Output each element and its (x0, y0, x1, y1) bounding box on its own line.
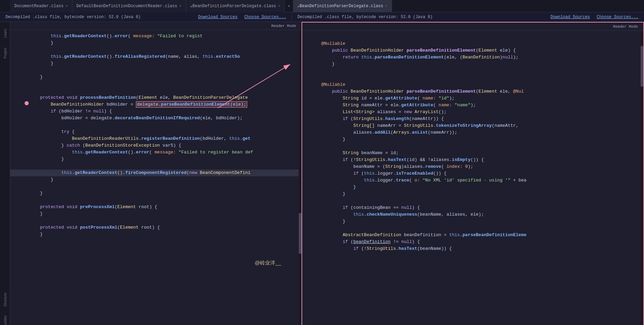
code-line (10, 81, 302, 87)
code-line: bdHolder = delegate.decorateBeanDefiniti… (10, 115, 302, 122)
code-line (302, 33, 643, 40)
code-line: protected void postProcessXml(Element ro… (10, 224, 302, 231)
code-line: } (302, 136, 643, 143)
scrollbar-vertical-right[interactable] (641, 31, 643, 325)
code-line (302, 143, 643, 150)
code-line: protected void processBeanDefinition(Ele… (10, 94, 302, 101)
code-line (10, 67, 302, 74)
download-sources-right[interactable]: Download Sources (550, 15, 590, 19)
tab-label: DocumentReader.class (14, 4, 64, 9)
code-line: if (this.logger.isTraceEnabled()) { (302, 170, 643, 177)
left-code-area[interactable]: this.getReaderContext().error( message: … (10, 30, 302, 325)
code-line (10, 217, 302, 224)
code-line: if (!StringUtils.hasText(id) && !aliases… (302, 157, 643, 163)
tab-label: BeanDefinitionParserDelegate.class (299, 4, 383, 9)
tab-document-reader[interactable]: DocumentReader.class × (10, 0, 72, 12)
code-line: try { (10, 128, 302, 135)
tab-overflow[interactable]: ▾ (285, 3, 293, 9)
code-line (302, 198, 643, 204)
code-line: this.getReaderContext().error( message: … (10, 149, 302, 156)
tab-default-bean[interactable]: DefaultBeanDefinitionDocumentReader.clas… (72, 0, 186, 12)
scrollbar-thumb-left[interactable] (299, 213, 302, 254)
code-line: } (10, 190, 302, 197)
sidebar-item-project[interactable]: Project (1, 44, 9, 62)
choose-sources-left[interactable]: Choose Sources... (244, 15, 286, 19)
info-bar-left: Decompiled .class file, bytecode version… (0, 12, 292, 22)
reader-mode-label-right[interactable]: Reader Mode (613, 25, 638, 29)
code-line: } (10, 74, 302, 81)
sidebar-item-structure[interactable]: Structure (1, 290, 9, 309)
code-line: this.getReaderContext().fireAliasRegiste… (10, 53, 302, 60)
code-line: } (10, 176, 302, 183)
tab-parser-delegate-2[interactable]: ☕ BeanDefinitionParserDelegate.class × (293, 0, 392, 12)
sidebar-item-favorites[interactable]: Favorites (1, 313, 9, 325)
close-icon[interactable]: × (66, 4, 68, 8)
sidebar: Learn Project Structure Favorites (0, 22, 10, 325)
code-line: @Nullable (302, 40, 643, 47)
code-line: @Nullable (302, 81, 643, 88)
code-line: } (302, 61, 643, 68)
code-line: } (10, 211, 302, 217)
watermark: @砖业洋__ (255, 260, 281, 266)
tab-icon: ☕ (297, 3, 299, 9)
tab-parser-delegate-1[interactable]: ☕ BeanDefinitionParserDelegate.class × (186, 0, 285, 12)
code-line: String id = ele.getAttribute( name: "id"… (302, 95, 643, 102)
tab-icon: ☕ (190, 3, 193, 9)
code-line (10, 87, 302, 94)
code-line: } (302, 218, 643, 225)
code-line: if (!StringUtils.hasText(beanName)) { (302, 245, 643, 252)
code-line: BeanDefinitionReaderUtils.registerBeanDe… (10, 135, 302, 142)
code-line (10, 163, 302, 170)
code-line: if (containingBean == null) { (302, 204, 643, 211)
code-line: protected void preProcessXml(Element roo… (10, 204, 302, 211)
editors: Reader Mode this.getReaderContext().erro… (10, 22, 644, 325)
reader-mode-label-left[interactable]: Reader Mode (271, 24, 296, 28)
code-line: if (beanDefinition != null) { (302, 239, 643, 245)
code-line: aliases.addAll(Arrays.asList(nameArr)); (302, 129, 643, 136)
code-line: } (10, 231, 302, 238)
code-line: List<String> aliases = new ArrayList(); (302, 109, 643, 116)
code-line: public BeanDefinitionHolder parseBeanDef… (302, 88, 643, 95)
code-line: } catch (BeanDefinitionStoreException va… (10, 142, 302, 149)
code-line: this.checkNameUniqueness(beanName, alias… (302, 211, 643, 218)
code-line (10, 122, 302, 128)
info-bars: Decompiled .class file, bytecode version… (0, 12, 644, 22)
left-editor-pane: Reader Mode this.getReaderContext().erro… (10, 22, 302, 325)
close-icon[interactable]: × (179, 4, 182, 8)
code-line (302, 75, 643, 81)
decompile-info-left: Decompiled .class file, bytecode version… (5, 15, 191, 19)
code-line: String beanName = id; (302, 150, 643, 157)
code-line: AbstractBeanDefinition beanDefinition = … (302, 232, 643, 239)
code-line: beanName = (String)aliases.remove( index… (302, 163, 643, 170)
code-line: String[] nameArr = StringUtils.tokenizeT… (302, 122, 643, 129)
code-line: if (bdHolder != null) { (10, 108, 302, 115)
right-code-area[interactable]: @Nullable public BeanDefinitionHolder pa… (302, 31, 643, 325)
choose-sources-right[interactable]: Choose Sources... (597, 15, 639, 19)
scrollbar-vertical-left[interactable] (299, 30, 302, 325)
left-editor-header: Reader Mode (10, 22, 302, 30)
code-line: } (302, 191, 643, 198)
close-icon[interactable]: × (278, 4, 281, 8)
breakpoint-icon (25, 101, 29, 105)
code-line (10, 197, 302, 204)
code-line: } (10, 156, 302, 163)
code-line: BeanDefinitionHolder bdHolder = delegate… (10, 101, 302, 108)
tab-label: DefaultBeanDefinitionDocumentReader.clas… (76, 4, 177, 9)
code-line: String nameAttr = ele.getAttribute( name… (302, 102, 643, 109)
code-line: } (10, 60, 302, 67)
code-line: if (StringUtils.hasLength(nameAttr)) { (302, 116, 643, 122)
code-line: this.logger.trace( o: "No XML 'id' speci… (302, 177, 643, 184)
code-line: this.getReaderContext().error( message: … (10, 33, 302, 40)
main-container: Learn Project Structure Favorites Reader… (0, 22, 644, 325)
code-line: } (10, 40, 302, 46)
code-line-highlighted: this.getReaderContext().fireComponentReg… (10, 170, 302, 176)
code-line (10, 46, 302, 53)
code-line: return this.parseBeanDefinitionElement(e… (302, 54, 643, 61)
download-sources-left[interactable]: Download Sources (198, 15, 237, 19)
close-icon[interactable]: × (385, 4, 388, 8)
code-line (10, 183, 302, 190)
code-line (302, 225, 643, 232)
scrollbar-thumb-right[interactable] (641, 46, 643, 87)
sidebar-item-learn[interactable]: Learn (1, 25, 9, 42)
info-bar-right: Decompiled .class file, bytecode version… (292, 12, 644, 22)
